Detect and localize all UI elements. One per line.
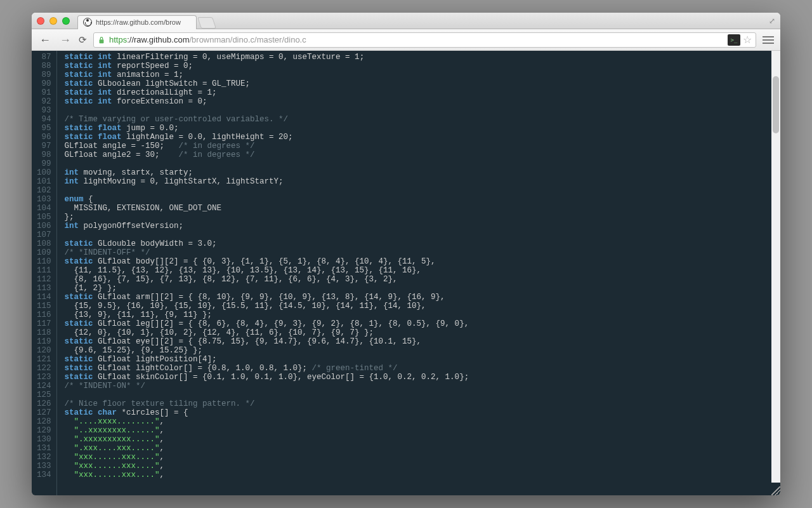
code-line xyxy=(65,186,780,195)
code-line: static GLfloat body[][2] = { {0, 3}, {1,… xyxy=(65,257,780,266)
url-path: /brownman/dino.c/master/dino.c xyxy=(189,35,306,44)
line-number: 123 xyxy=(37,373,51,382)
code-line xyxy=(65,231,780,239)
line-number: 113 xyxy=(37,284,51,293)
line-number: 88 xyxy=(37,62,51,70)
line-number: 134 xyxy=(37,471,51,479)
toolbar: ← → ⟳ https://raw.github.com/brownman/di… xyxy=(32,29,780,51)
code-line xyxy=(65,106,780,115)
code-line: ".xxxxxxxxxx.....", xyxy=(65,435,780,444)
code-line: int moving, startx, starty; xyxy=(65,168,780,177)
code-line: ".xxx....xxx.....", xyxy=(65,444,780,453)
zoom-window-button[interactable] xyxy=(62,17,70,25)
url-host: ://raw.github.com xyxy=(127,35,189,44)
code-line: /* *INDENT-OFF* */ xyxy=(65,248,780,257)
line-number: 107 xyxy=(37,231,51,239)
code-line: static GLfloat lightColor[] = {0.8, 1.0,… xyxy=(65,364,780,373)
url-scheme: https xyxy=(109,35,127,44)
line-number: 89 xyxy=(37,70,51,79)
line-number: 110 xyxy=(37,257,51,266)
url-bar[interactable]: https://raw.github.com/brownman/dino.c/m… xyxy=(93,32,756,48)
code-line: "..xxxxxxxx......", xyxy=(65,426,780,435)
minimize-window-button[interactable] xyxy=(49,17,57,25)
code-line xyxy=(65,159,780,168)
lock-icon xyxy=(98,36,105,44)
code-line: "xxx......xxx....", xyxy=(65,453,780,462)
line-number: 131 xyxy=(37,444,51,453)
svg-rect-0 xyxy=(100,39,104,43)
line-number: 129 xyxy=(37,426,51,435)
code-line: static int forceExtension = 0; xyxy=(65,97,780,106)
close-window-button[interactable] xyxy=(37,17,44,25)
line-number: 90 xyxy=(37,79,51,88)
expand-icon[interactable]: ⤢ xyxy=(769,17,775,25)
code-line: "xxx......xxx....", xyxy=(65,462,780,471)
code-line: static int reportSpeed = 0; xyxy=(65,62,780,70)
line-number: 104 xyxy=(37,204,51,213)
line-number: 124 xyxy=(37,382,51,391)
code-line xyxy=(65,391,780,399)
code-line: int lightMoving = 0, lightStartX, lightS… xyxy=(65,177,780,186)
line-number: 116 xyxy=(37,311,51,319)
code-line: static GLdouble bodyWidth = 3.0; xyxy=(65,239,780,248)
line-number: 125 xyxy=(37,391,51,399)
line-number: 126 xyxy=(37,399,51,408)
code-line: }; xyxy=(65,213,780,222)
code-lines[interactable]: static int linearFiltering = 0, useMipma… xyxy=(57,51,780,495)
tab-title: https://raw.github.com/brow xyxy=(96,18,181,26)
code-line: {15, 9.5}, {16, 10}, {15, 10}, {15.5, 11… xyxy=(65,302,780,311)
bookmark-star-icon[interactable]: ☆ xyxy=(743,34,752,46)
code-line: /* Nice floor texture tiling pattern. */ xyxy=(65,399,780,408)
line-number: 95 xyxy=(37,124,51,133)
line-number: 119 xyxy=(37,337,51,346)
code-line: static float lightAngle = 0.0, lightHeig… xyxy=(65,133,780,142)
code-line: static GLfloat arm[][2] = { {8, 10}, {9,… xyxy=(65,293,780,302)
line-number: 122 xyxy=(37,364,51,373)
line-number: 121 xyxy=(37,355,51,364)
reload-button[interactable]: ⟳ xyxy=(79,34,87,46)
code-line: {1, 2} }; xyxy=(65,284,780,293)
page-action-icon[interactable]: >_ xyxy=(728,34,740,46)
browser-tab[interactable]: https://raw.github.com/brow xyxy=(77,15,197,29)
line-number: 127 xyxy=(37,408,51,417)
code-line: static char *circles[] = { xyxy=(65,408,780,417)
code-line: {9.6, 15.25}, {9, 15.25} }; xyxy=(65,346,780,355)
resize-grip[interactable] xyxy=(771,486,780,495)
code-line: MISSING, EXTENSION, ONE_DOT_ONE xyxy=(65,204,780,213)
forward-button[interactable]: → xyxy=(58,33,72,47)
line-number: 111 xyxy=(37,266,51,275)
line-number: 112 xyxy=(37,275,51,284)
code-line: {12, 0}, {10, 1}, {10, 2}, {12, 4}, {11,… xyxy=(65,328,780,337)
code-line: static GLfloat skinColor[] = {0.1, 1.0, … xyxy=(65,373,780,382)
code-viewer: 8788899091929394959697989910010110210310… xyxy=(32,51,780,495)
code-line: {11, 11.5}, {13, 12}, {13, 13}, {10, 13.… xyxy=(65,266,780,275)
browser-window: https://raw.github.com/brow ⤢ ← → ⟳ http… xyxy=(32,13,780,495)
line-number: 117 xyxy=(37,319,51,328)
line-number: 108 xyxy=(37,239,51,248)
new-tab-button[interactable] xyxy=(197,17,216,29)
line-number: 103 xyxy=(37,195,51,204)
line-number: 99 xyxy=(37,159,51,168)
code-line: "xxx......xxx....", xyxy=(65,471,780,479)
line-number: 92 xyxy=(37,97,51,106)
code-line: enum { xyxy=(65,195,780,204)
code-line: /* *INDENT-ON* */ xyxy=(65,382,780,391)
line-number-gutter: 8788899091929394959697989910010110210310… xyxy=(32,51,57,495)
back-button[interactable]: ← xyxy=(38,33,52,47)
line-number: 98 xyxy=(37,150,51,159)
line-number: 114 xyxy=(37,293,51,302)
code-line: {13, 9}, {11, 11}, {9, 11} }; xyxy=(65,311,780,319)
code-line: int polygonOffsetVersion; xyxy=(65,222,780,231)
code-line: static GLfloat lightPosition[4]; xyxy=(65,355,780,364)
titlebar: https://raw.github.com/brow ⤢ xyxy=(32,13,780,29)
code-line: static int animation = 1; xyxy=(65,70,780,79)
line-number: 128 xyxy=(37,417,51,426)
line-number: 97 xyxy=(37,142,51,150)
line-number: 96 xyxy=(37,133,51,142)
menu-button[interactable] xyxy=(763,36,774,44)
code-line: static int linearFiltering = 0, useMipma… xyxy=(65,53,780,62)
scrollbar-thumb[interactable] xyxy=(773,76,779,133)
line-number: 132 xyxy=(37,453,51,462)
vertical-scrollbar[interactable] xyxy=(771,51,780,483)
code-line: GLfloat angle2 = 30; /* in degrees */ xyxy=(65,150,780,159)
